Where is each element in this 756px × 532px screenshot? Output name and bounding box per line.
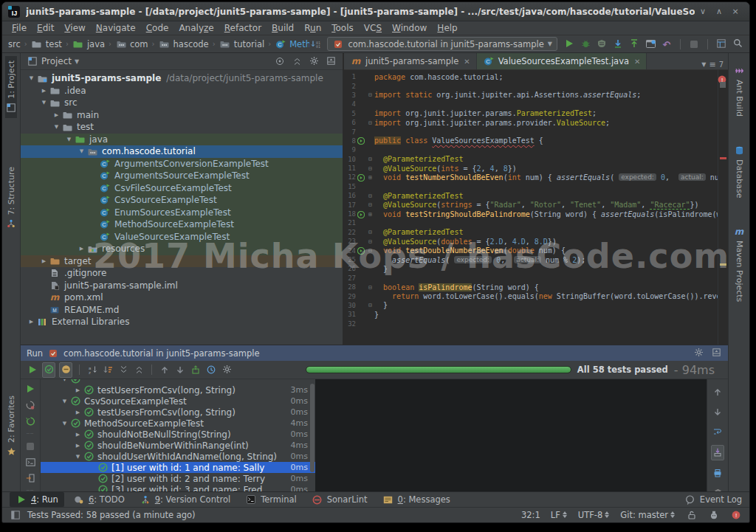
tree-item[interactable]: ▼test (21, 121, 343, 134)
test-result-row[interactable]: ▼CsvSourceExampleTest0ms (41, 395, 315, 407)
code-line[interactable]: 9 (344, 145, 718, 154)
arrow-down-button[interactable] (174, 363, 186, 377)
stop-button[interactable] (688, 37, 700, 51)
tree-item[interactable]: CArgumentsConversionExampleTest (21, 158, 343, 170)
coverage-button[interactable] (596, 37, 608, 51)
close-button[interactable]: × (727, 7, 743, 16)
tree-expander[interactable]: ▼ (77, 148, 86, 154)
dock-button[interactable] (325, 55, 337, 68)
error-dot-icon[interactable]: ! (730, 509, 742, 521)
tab-menu-icon[interactable]: ≡ (709, 60, 715, 69)
tree-item[interactable]: ▼com.hascode.tutorial (21, 145, 343, 158)
menu-run[interactable]: Run (299, 23, 326, 33)
rerun-failed-button[interactable] (24, 398, 36, 412)
menu-vcs[interactable]: VCS (359, 23, 387, 33)
test-result-row[interactable]: ▶shouldBeNumberWithinRange(int)4ms (41, 440, 315, 451)
title-bar[interactable]: IJ junit5-params-sample - [/data/project… (2, 2, 749, 21)
code-line[interactable]: 6⊟import org.junit.jupiter.params.provid… (344, 118, 718, 127)
run-gutter-icon[interactable] (356, 246, 366, 255)
code-line[interactable]: 7 (344, 127, 718, 136)
tree-item[interactable]: ▶target (21, 255, 343, 268)
tool-strip-tab-database[interactable]: Database (733, 140, 745, 203)
toolwindow-tab-sonarlint[interactable]: SonarLint (306, 492, 374, 507)
menu-analyze[interactable]: Analyze (173, 23, 219, 33)
dock-button[interactable] (710, 347, 722, 360)
tree-expander[interactable]: ▼ (64, 137, 74, 142)
tree-expander[interactable]: ▼ (39, 100, 49, 106)
menu-build[interactable]: Build (267, 23, 299, 33)
run-gutter-icon[interactable] (356, 173, 366, 182)
tree-expander[interactable]: ▶ (52, 112, 61, 118)
tool-strip-tab-2-favorites[interactable]: 2: Favorites (5, 391, 17, 462)
lock-icon[interactable] (686, 509, 698, 521)
vcs-update-button[interactable] (612, 37, 624, 51)
menu-tools[interactable]: Tools (326, 23, 359, 33)
tab-close-icon[interactable]: ✕ (634, 58, 640, 66)
tree-expander[interactable]: ▶ (73, 410, 83, 415)
run-configuration-select[interactable]: com.hascode.tutorial in junit5-params-sa… (327, 37, 557, 51)
menu-window[interactable]: Window (387, 23, 432, 33)
run-gutter-icon[interactable] (356, 137, 366, 145)
export-button[interactable] (190, 363, 202, 377)
warning-mark[interactable] (720, 263, 726, 266)
tree-item[interactable]: ▶.idea (21, 85, 343, 97)
toolwindow-tab-0-messages[interactable]: 0: Messages (377, 492, 456, 507)
breadcrumb-item[interactable]: CMethodSourceExampleTest (275, 38, 309, 50)
run-tree-scrollbar[interactable] (310, 384, 315, 472)
tree-expander[interactable]: ▶ (39, 258, 49, 264)
hector-icon[interactable] (708, 509, 720, 521)
menu-view[interactable]: View (59, 23, 90, 33)
error-mark[interactable] (720, 157, 726, 159)
tool-strip-tab-1-project[interactable]: 1: Project (5, 56, 17, 118)
tab-list-dropdown-icon[interactable]: ▼ (701, 61, 706, 68)
test-result-row[interactable]: [3] user with id: 3 and name: Fred0ms (41, 484, 315, 491)
code-line[interactable]: 12⊞ void testNumberShouldBeEven(int num)… (344, 173, 718, 182)
code-line[interactable]: 15 (344, 182, 718, 191)
code-line[interactable]: 32 (344, 319, 718, 328)
toolwindows-button[interactable] (715, 37, 727, 51)
project-panel-header[interactable]: Project ▼ (21, 53, 343, 70)
arrow-down-button[interactable] (712, 405, 724, 419)
tool-strip-tab-ant-build[interactable]: Ant Build (733, 61, 745, 121)
sort-az-button[interactable]: az (86, 363, 98, 377)
editor-tab-junit5-params-sample[interactable]: mjunit5-params-sample✕ (344, 53, 477, 69)
test-result-row[interactable]: ▼shouldUserWithIdAndName(long, String)0m… (41, 451, 315, 462)
toggle-pass-button[interactable] (42, 362, 55, 378)
caret-position[interactable]: 32:1 (521, 510, 540, 520)
tab-close-icon[interactable]: ✕ (464, 58, 470, 66)
tree-item[interactable]: ▼src (21, 97, 343, 109)
tree-item[interactable]: ▶External Libraries (21, 316, 343, 328)
diff-button[interactable] (645, 37, 656, 51)
sort-dur-button[interactable] (102, 363, 114, 377)
code-line[interactable]: 23⊟ @ValueSource(doubles = {2.D, 4.D, 8.… (344, 237, 718, 246)
toolwindow-tab-6-todo[interactable]: 6: TODO (67, 492, 131, 507)
play-button[interactable] (24, 382, 36, 396)
fold-marker[interactable]: ⊟ (366, 156, 374, 162)
tree-item[interactable]: ▶main (21, 109, 343, 122)
tree-expander[interactable]: ▶ (73, 443, 83, 449)
code-line[interactable]: 26 } (344, 264, 718, 273)
test-result-row[interactable]: [1] user with id: 1 and name: Sally0ms (41, 462, 315, 473)
fold-marker[interactable]: ⊟ (366, 165, 374, 172)
code-line[interactable]: 31} (344, 310, 718, 319)
tree-expander[interactable]: ▶ (73, 432, 83, 438)
fold-marker[interactable]: ⊟ (366, 247, 374, 254)
run-gutter-icon[interactable] (356, 210, 366, 218)
debug-button[interactable] (580, 37, 591, 51)
tree-expander[interactable]: ▼ (27, 75, 36, 81)
printer-button[interactable] (712, 466, 724, 480)
fold-marker[interactable]: ⊟ (366, 302, 374, 308)
fold-marker[interactable]: ⊟ (366, 201, 374, 208)
tree-expander[interactable]: ▶ (27, 319, 36, 325)
fold-marker[interactable]: ⊟ (366, 120, 374, 126)
tree-item[interactable]: mpom.xml (21, 291, 343, 304)
code-line[interactable]: 10⊟ @ParameterizedTest (344, 155, 718, 164)
tree-expander[interactable]: ▶ (77, 246, 86, 252)
toolwindow-tab-4-run[interactable]: 4: Run (10, 492, 64, 507)
fold-marker[interactable]: ⊟ (366, 284, 374, 291)
tree-item[interactable]: ▼junit5-params-sample/data/project/junit… (21, 72, 343, 85)
tree-expander[interactable]: ▼ (60, 398, 69, 404)
arrow-up-button[interactable] (159, 363, 171, 377)
code-line[interactable]: 1package com.hascode.tutorial; (344, 72, 718, 81)
test-result-row[interactable]: ▶testUsersFromCsv(long, String)3ms (41, 384, 315, 395)
